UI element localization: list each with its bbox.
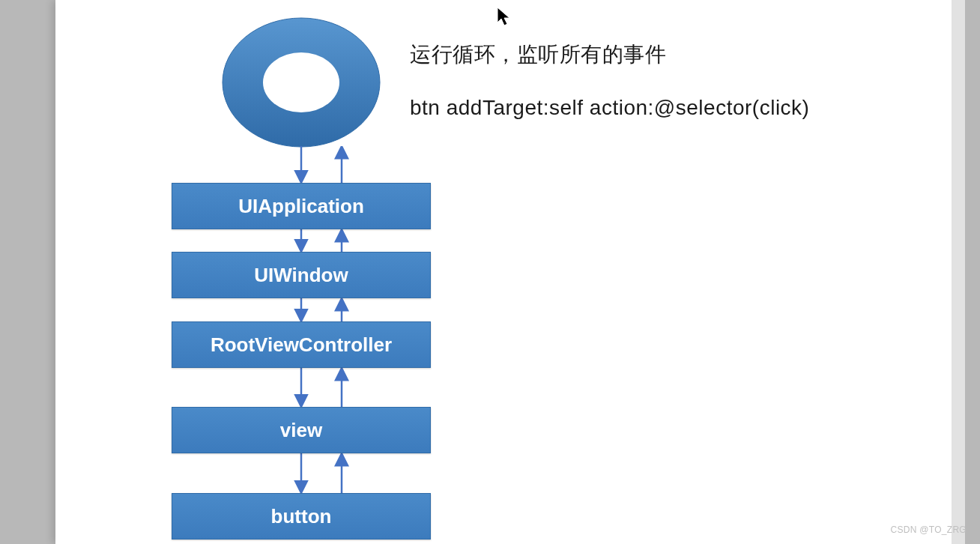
watermark: CSDN @TO_ZRG — [890, 525, 967, 535]
box-button: button — [172, 493, 431, 540]
svg-point-1 — [263, 52, 339, 112]
arrow-pair-0 — [280, 146, 355, 183]
box-label: UIWindow — [254, 264, 348, 287]
box-rootviewcontroller: RootViewController — [172, 321, 431, 368]
arrow-pair-2 — [280, 298, 355, 321]
cursor-icon — [496, 6, 512, 27]
box-view: view — [172, 407, 431, 453]
arrow-pair-1 — [280, 229, 355, 252]
runloop-donut-icon — [220, 15, 383, 150]
box-label: view — [280, 419, 322, 442]
description-line-2: btn addTarget:self action:@selector(clic… — [410, 96, 809, 120]
box-uiapplication: UIApplication — [172, 183, 431, 229]
description-line-1: 运行循环，监听所有的事件 — [410, 40, 666, 69]
box-uiwindow: UIWindow — [172, 252, 431, 298]
slide-container: 运行循环，监听所有的事件 btn addTarget:self action:@… — [42, 0, 965, 544]
right-gutter — [952, 0, 965, 544]
box-label: button — [271, 505, 332, 528]
box-label: UIApplication — [238, 195, 364, 218]
box-label: RootViewController — [211, 333, 392, 357]
arrow-pair-4 — [280, 453, 355, 493]
arrow-pair-3 — [280, 368, 355, 407]
slide-canvas: 运行循环，监听所有的事件 btn addTarget:self action:@… — [55, 0, 955, 544]
